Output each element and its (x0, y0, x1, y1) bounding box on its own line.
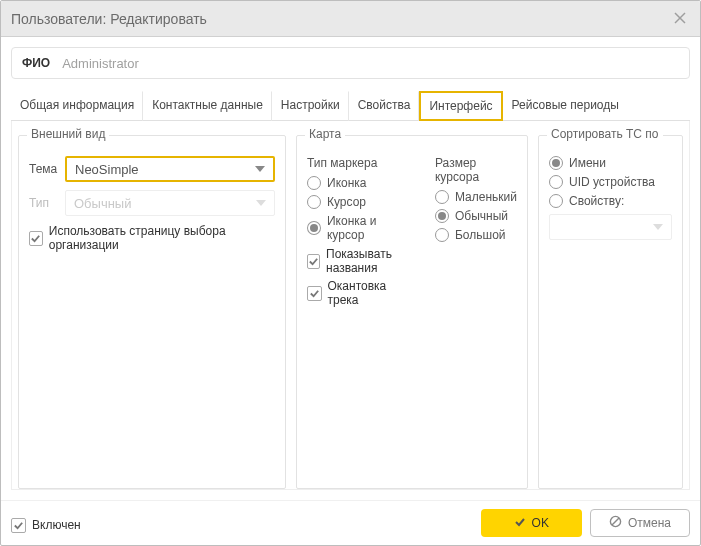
sort-radio-property[interactable]: Свойству: (549, 194, 672, 208)
enabled-label: Включен (32, 518, 81, 532)
track-outline-checkbox[interactable]: Окантовка трека (307, 279, 417, 307)
window-title: Пользователи: Редактировать (11, 11, 672, 27)
enabled-checkbox[interactable]: Включен (11, 518, 81, 533)
org-page-checkbox[interactable]: Использовать страницу выбора организации (29, 224, 275, 252)
svg-marker-2 (255, 166, 265, 172)
cursor-heading: Размер курсора (435, 156, 517, 184)
tab-settings[interactable]: Настройки (272, 91, 349, 121)
content-area: ФИО Общая информация Контактные данные Н… (1, 37, 700, 500)
chevron-down-icon (653, 220, 663, 235)
footer: Включен OK Отмена (1, 500, 700, 545)
chevron-down-icon (256, 196, 266, 211)
show-names-checkbox[interactable]: Показывать названия (307, 247, 417, 275)
appearance-fieldset: Внешний вид Тема NeoSimple Тип Обычный И… (18, 135, 286, 489)
theme-label: Тема (29, 162, 65, 176)
fio-field-wrapper: ФИО (11, 47, 690, 79)
chevron-down-icon (255, 162, 265, 177)
appearance-legend: Внешний вид (27, 127, 109, 141)
ok-button[interactable]: OK (481, 509, 582, 537)
cancel-button[interactable]: Отмена (590, 509, 690, 537)
sort-radio-uid[interactable]: UID устройства (549, 175, 672, 189)
marker-column: Тип маркера Иконка Курсор Иконка и курсо… (307, 156, 417, 307)
sort-property-combo (549, 214, 672, 240)
checkbox-icon (11, 518, 26, 533)
tab-periods[interactable]: Рейсовые периоды (503, 91, 628, 121)
cursor-column: Размер курсора Маленький Обычный Большой (435, 156, 517, 307)
fio-input[interactable] (60, 55, 679, 72)
svg-marker-3 (256, 200, 266, 206)
tab-contact[interactable]: Контактные данные (143, 91, 272, 121)
check-icon (514, 516, 526, 531)
sort-radio-name[interactable]: Имени (549, 156, 672, 170)
cursor-radio-small[interactable]: Маленький (435, 190, 517, 204)
close-icon[interactable] (672, 10, 690, 28)
cursor-radio-large[interactable]: Большой (435, 228, 517, 242)
marker-radio-icon-cursor[interactable]: Иконка и курсор (307, 214, 417, 242)
checkbox-icon (307, 286, 322, 301)
tab-properties[interactable]: Свойства (349, 91, 420, 121)
svg-marker-4 (653, 224, 663, 230)
type-value: Обычный (74, 196, 131, 211)
checkbox-icon (29, 231, 43, 246)
type-label: Тип (29, 196, 65, 210)
ok-label: OK (532, 516, 549, 530)
titlebar: Пользователи: Редактировать (1, 1, 700, 37)
cancel-icon (609, 515, 622, 531)
theme-combo[interactable]: NeoSimple (65, 156, 275, 182)
map-legend: Карта (305, 127, 345, 141)
marker-heading: Тип маркера (307, 156, 417, 170)
cursor-radio-normal[interactable]: Обычный (435, 209, 517, 223)
marker-radio-cursor[interactable]: Курсор (307, 195, 417, 209)
checkbox-icon (307, 254, 320, 269)
tab-panel: Внешний вид Тема NeoSimple Тип Обычный И… (11, 121, 690, 490)
svg-line-6 (612, 518, 619, 525)
marker-radio-icon[interactable]: Иконка (307, 176, 417, 190)
org-page-label: Использовать страницу выбора организации (49, 224, 275, 252)
map-fieldset: Карта Тип маркера Иконка Курсор Иконка и… (296, 135, 528, 489)
theme-value: NeoSimple (75, 162, 139, 177)
sort-legend: Сортировать ТС по (547, 127, 663, 141)
tab-general[interactable]: Общая информация (11, 91, 143, 121)
tabstrip: Общая информация Контактные данные Настр… (11, 91, 690, 121)
tab-interface[interactable]: Интерфейс (419, 91, 502, 121)
cancel-label: Отмена (628, 516, 671, 530)
fio-label: ФИО (22, 56, 50, 70)
sort-fieldset: Сортировать ТС по Имени UID устройства С… (538, 135, 683, 489)
type-combo: Обычный (65, 190, 275, 216)
